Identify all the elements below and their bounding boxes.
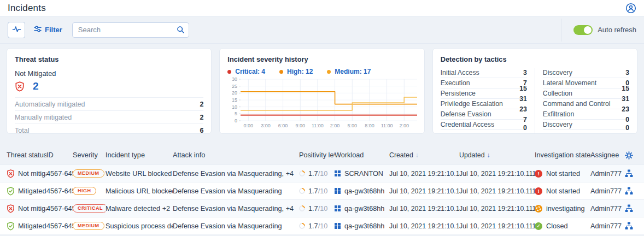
positivity-value: 1.7 xyxy=(308,170,318,178)
search-icon[interactable] xyxy=(177,26,185,36)
column-header-attack-info[interactable]: Attack info xyxy=(173,151,299,159)
tactic-row: Execution7 xyxy=(441,78,527,88)
svg-text:11:00: 11:00 xyxy=(381,123,393,128)
threat-status-title: Threat status xyxy=(15,55,203,63)
gauge-icon xyxy=(299,205,306,213)
filter-button[interactable]: Filter xyxy=(34,25,62,34)
tactic-row-partial: 0 xyxy=(543,130,629,134)
investigating-icon xyxy=(535,205,542,213)
severity-badge: MEDIUM xyxy=(73,169,104,178)
table-row[interactable]: Mitigated 4567-6457 MEDIUM Suspicious pr… xyxy=(0,217,644,234)
updated-timestamp: Jul 10, 2021 19:21:10.111 xyxy=(459,170,535,178)
legend-critical[interactable]: Critical: 4 xyxy=(227,68,265,75)
incident-type: Malicious URL blocked +1 xyxy=(106,187,173,195)
threat-status-text: Mitigated xyxy=(18,222,46,230)
incident-id: 4567-6459 xyxy=(46,205,73,213)
tactic-row-partial: 0 xyxy=(441,130,527,134)
tactic-row: Persistence15 xyxy=(441,88,527,99)
search-input[interactable] xyxy=(72,22,189,38)
page-title: Incidents xyxy=(8,3,46,14)
updated-timestamp: Jul 10, 2021 19:21:10.111 xyxy=(459,187,535,195)
shield-x-icon xyxy=(7,204,15,213)
column-header-threat-status[interactable]: Threat status xyxy=(7,151,46,159)
column-header-incident-type[interactable]: Incident type xyxy=(106,151,173,159)
incident-id: 4567-6457 xyxy=(46,222,73,230)
column-header-assignee[interactable]: Assignee xyxy=(590,151,624,159)
severity-badge: MEDIUM xyxy=(73,222,104,231)
summary-panels: Threat status Not Mitigated 2 Automatica… xyxy=(7,48,637,134)
incidents-table: Threat status ID Severity Incident type … xyxy=(0,146,644,234)
threat-status-panel: Threat status Not Mitigated 2 Automatica… xyxy=(7,48,212,134)
activity-button[interactable] xyxy=(8,22,25,38)
windows-icon xyxy=(335,205,341,211)
sliders-icon xyxy=(34,25,42,34)
table-row[interactable]: Not mitigated 4567-6459 CRITICAL Malware… xyxy=(0,199,644,217)
auto-refresh-toggle[interactable] xyxy=(573,25,593,35)
column-settings[interactable] xyxy=(624,151,637,160)
tactic-row: Priviledge Escalation31 xyxy=(441,99,527,109)
tactic-row: Initial Access3 xyxy=(441,68,527,78)
not-started-icon: ! xyxy=(535,170,542,178)
shield-x-icon xyxy=(15,81,25,92)
legend-medium[interactable]: Medium: 17 xyxy=(327,68,371,75)
positivity-value: 1.7 xyxy=(308,222,318,230)
svg-text:10: 10 xyxy=(232,104,237,110)
created-timestamp: Jul 10, 2021 19:21:10.111 xyxy=(389,205,459,213)
tactics-title: Detection by tactics xyxy=(441,55,629,63)
svg-text:6:00: 6:00 xyxy=(278,123,288,128)
workload-hierarchy-icon[interactable] xyxy=(625,222,633,230)
workload-hierarchy-icon[interactable] xyxy=(625,204,633,213)
svg-text:0: 0 xyxy=(235,118,237,123)
column-header-created[interactable]: Created ↓ xyxy=(389,151,459,159)
tactic-row: Command and Control31 xyxy=(543,99,629,109)
not-mitigated-count-link[interactable]: 2 xyxy=(33,80,39,92)
tactic-row: Credential Access7 xyxy=(441,120,527,130)
sort-down-icon[interactable]: ↓ xyxy=(487,151,490,159)
workload-name: qa-gw3t68hh xyxy=(344,205,384,213)
svg-text:5: 5 xyxy=(235,111,237,116)
svg-text:3:00: 3:00 xyxy=(261,123,271,128)
gauge-icon xyxy=(299,222,306,230)
svg-text:5:00: 5:00 xyxy=(348,123,358,128)
workload-hierarchy-icon[interactable] xyxy=(625,187,633,195)
workload-hierarchy-icon[interactable] xyxy=(625,169,633,178)
column-header-positivity[interactable]: Positivity level ⓘ xyxy=(299,151,335,160)
column-header-updated[interactable]: Updated ↓ xyxy=(459,151,535,159)
column-header-workload[interactable]: Workload xyxy=(335,151,389,159)
svg-text:30: 30 xyxy=(232,76,237,82)
assignee-name: Admin777 xyxy=(590,187,624,195)
attack-info: Defense Evasion via Masquerading, +4 xyxy=(173,205,299,213)
windows-icon xyxy=(335,223,341,229)
workload-name: SCRANTON xyxy=(344,170,383,178)
sort-down-icon[interactable]: ↓ xyxy=(415,151,419,159)
investigation-state-text: Not started xyxy=(546,187,580,195)
legend-high[interactable]: High: 12 xyxy=(279,68,313,75)
gauge-icon xyxy=(299,187,306,195)
table-row[interactable]: Not mitigated 4567-6457 MEDIUM Website U… xyxy=(0,164,644,182)
workload-name: qa-gw3t68hh xyxy=(344,222,384,230)
shield-check-icon xyxy=(7,187,15,196)
updated-timestamp: Jul 10, 2021 19:21:10.111 xyxy=(459,222,535,230)
table-body: Not mitigated 4567-6457 MEDIUM Website U… xyxy=(0,164,644,234)
toggle-knob xyxy=(584,26,592,34)
stat-row-total: Total 6 xyxy=(15,123,203,134)
column-header-investigation-state[interactable]: Investigation state xyxy=(535,151,590,159)
gear-icon[interactable] xyxy=(625,151,633,160)
svg-text:2:00: 2:00 xyxy=(400,123,409,128)
top-bar: Incidents xyxy=(0,0,644,16)
svg-text:2:00: 2:00 xyxy=(330,123,340,128)
tactic-row: Collection15 xyxy=(543,88,629,99)
column-header-severity[interactable]: Severity xyxy=(73,151,106,159)
workload-name: qa-gw3t68hh xyxy=(344,187,384,195)
incident-type: Website URL blocked xyxy=(106,170,173,178)
attack-info: Defense Evasion via Masquerading xyxy=(173,222,299,230)
tactic-row: Discovery0 xyxy=(543,120,629,130)
table-row[interactable]: Mitigated 4567-6458 HIGH Malicious URL b… xyxy=(0,182,644,199)
filter-label: Filter xyxy=(45,26,62,34)
svg-text:11:00: 11:00 xyxy=(312,123,324,128)
column-header-id[interactable]: ID xyxy=(46,151,73,159)
shield-check-icon xyxy=(7,222,15,231)
user-account-icon[interactable] xyxy=(625,3,636,14)
svg-text:8:00: 8:00 xyxy=(365,123,374,128)
threat-status-text: Mitigated xyxy=(18,187,46,195)
